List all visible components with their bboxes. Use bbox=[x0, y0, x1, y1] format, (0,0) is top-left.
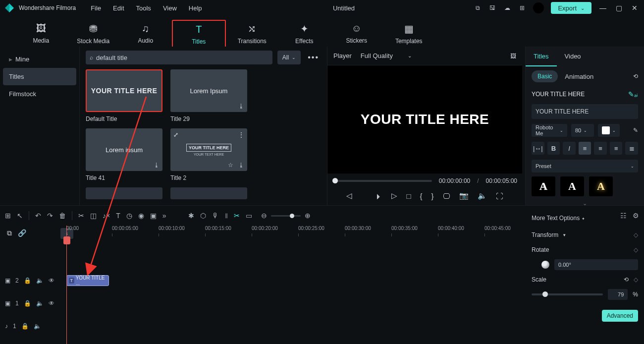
color-tool-icon[interactable]: ◉ bbox=[138, 212, 144, 220]
undo-button[interactable]: ↶ bbox=[35, 212, 41, 220]
title-card-41[interactable]: Lorem ipsum ⭳ bbox=[86, 128, 162, 171]
search-input[interactable] bbox=[96, 54, 268, 61]
select-tool-icon[interactable]: ↖ bbox=[17, 212, 23, 220]
quality-dropdown[interactable]: Full Quality⌄ bbox=[361, 52, 412, 59]
stop-button[interactable]: □ bbox=[406, 192, 411, 200]
preset-thumb-1[interactable]: A bbox=[532, 176, 555, 196]
title-card-2[interactable]: ⤢⋮ YOUR TITLE HERE YOUR TEXT HERE ☆⭳ bbox=[170, 128, 247, 171]
close-button[interactable]: ✕ bbox=[630, 4, 639, 12]
visibility-icon[interactable]: 👁 bbox=[49, 277, 54, 284]
menu-file[interactable]: File bbox=[91, 4, 101, 12]
track-lane-v1[interactable] bbox=[64, 292, 644, 315]
zoom-out-button[interactable]: ⊖ bbox=[261, 212, 267, 220]
more-options-button[interactable]: ••• bbox=[306, 53, 321, 62]
mute-icon[interactable]: 🔈 bbox=[36, 300, 44, 307]
magic-tool-icon[interactable]: ✱ bbox=[188, 212, 194, 220]
mute-icon[interactable]: 🔈 bbox=[34, 323, 41, 330]
menu-dots-icon[interactable]: ⋮ bbox=[238, 131, 244, 138]
playback-scrubber[interactable] bbox=[332, 180, 432, 182]
render-icon[interactable]: ▭ bbox=[246, 212, 252, 220]
align-left-button[interactable]: ≡ bbox=[579, 142, 591, 155]
title-card-placeholder[interactable] bbox=[170, 187, 247, 199]
minimize-button[interactable]: — bbox=[598, 4, 607, 12]
display-button[interactable]: 🖵 bbox=[443, 192, 450, 200]
search-input-wrap[interactable]: ⌕ bbox=[86, 51, 272, 64]
link-icon[interactable]: 🔗 bbox=[18, 229, 26, 237]
scrubber-handle[interactable] bbox=[332, 178, 338, 183]
lock-icon[interactable]: 🔒 bbox=[21, 323, 29, 330]
inspector-tab-titles[interactable]: Titles bbox=[526, 47, 557, 66]
subtab-basic[interactable]: Basic bbox=[532, 70, 558, 82]
subtab-animation[interactable]: Animation bbox=[565, 73, 593, 80]
ribbon-tab-templates[interactable]: ▦Templates bbox=[383, 20, 435, 48]
maximize-button[interactable]: ▢ bbox=[614, 4, 623, 12]
track-collapse-icon[interactable]: ⧉ bbox=[7, 229, 12, 237]
font-family-select[interactable]: Roboto Me⌄ bbox=[532, 124, 567, 137]
italic-button[interactable]: I bbox=[563, 142, 576, 155]
align-center-button[interactable]: ≡ bbox=[594, 142, 607, 155]
eyedropper-icon[interactable]: ✎ bbox=[633, 127, 638, 134]
bold-button[interactable]: B bbox=[547, 142, 560, 155]
save-icon[interactable]: 🖫 bbox=[488, 4, 496, 12]
spacing-button[interactable]: |↔| bbox=[532, 142, 544, 155]
text-tool-icon[interactable]: T bbox=[116, 212, 120, 220]
download-icon[interactable]: ⭳ bbox=[238, 162, 244, 169]
delete-button[interactable]: 🗑 bbox=[59, 212, 66, 220]
mixer-icon[interactable]: ⫴ bbox=[225, 212, 228, 220]
more-tools-icon[interactable]: » bbox=[162, 212, 166, 220]
cloud-icon[interactable]: ☁ bbox=[503, 4, 511, 12]
filter-dropdown[interactable]: All⌄ bbox=[277, 51, 301, 64]
mark-out-button[interactable]: } bbox=[431, 192, 434, 200]
shield-icon[interactable]: ⬡ bbox=[200, 212, 206, 220]
preset-thumb-3[interactable]: A bbox=[589, 176, 613, 196]
speed-tool-icon[interactable]: ◷ bbox=[126, 212, 132, 220]
lock-icon[interactable]: 🔒 bbox=[24, 277, 31, 284]
align-justify-button[interactable]: ≣ bbox=[625, 142, 638, 155]
menu-tools[interactable]: Tools bbox=[136, 4, 151, 12]
auto-layout-icon[interactable]: ⊞ bbox=[5, 212, 11, 220]
lock-icon[interactable]: 🔒 bbox=[24, 300, 31, 307]
timeline-ruler[interactable]: 00:00 00:00:05:00 00:00:10:00 00:00:15:0… bbox=[64, 226, 644, 240]
title-clip[interactable]: T YOUR TITLE ... bbox=[66, 275, 109, 286]
beat-tool-icon[interactable]: ✂ bbox=[234, 212, 240, 220]
track-head-v1[interactable]: ▣1 🔒 🔈 👁 bbox=[0, 292, 64, 315]
font-size-select[interactable]: 80⌄ bbox=[571, 124, 594, 137]
apps-icon[interactable]: ⊞ bbox=[518, 4, 526, 12]
download-icon[interactable]: ⭳ bbox=[154, 162, 160, 169]
ribbon-tab-effects[interactable]: ✦Effects bbox=[278, 20, 331, 48]
sidebar-item-titles[interactable]: Titles bbox=[3, 68, 76, 85]
ribbon-tab-titles[interactable]: TTitles bbox=[172, 20, 226, 49]
title-textarea[interactable]: YOUR TITLE HERE bbox=[532, 104, 638, 119]
track-lane-t2[interactable]: T YOUR TITLE ... bbox=[64, 269, 644, 292]
track-head-t2[interactable]: ▣2 🔒 🔈 👁 bbox=[0, 269, 64, 292]
cut-tool-icon[interactable]: ✂ bbox=[78, 212, 84, 220]
sidebar-item-filmstock[interactable]: Filmstock bbox=[3, 85, 76, 103]
settings-gear-icon[interactable]: ⚙ bbox=[633, 212, 639, 220]
layout-icon[interactable]: ⧉ bbox=[474, 4, 482, 12]
crop-tool-icon[interactable]: ◫ bbox=[90, 212, 97, 220]
step-back-button[interactable]: ⏵ bbox=[375, 192, 382, 200]
track-head-a1[interactable]: ♪1 🔒 🔈 bbox=[0, 315, 64, 338]
ribbon-tab-stickers[interactable]: ☺Stickers bbox=[330, 20, 383, 47]
prev-frame-button[interactable]: ◁ bbox=[346, 191, 352, 200]
mark-in-button[interactable]: { bbox=[420, 192, 423, 200]
redo-button[interactable]: ↷ bbox=[47, 212, 53, 220]
mute-icon[interactable]: 🔈 bbox=[36, 277, 44, 284]
ribbon-tab-transitions[interactable]: ⤭Transitions bbox=[226, 20, 278, 48]
expand-icon[interactable]: ⤢ bbox=[173, 131, 178, 138]
zoom-handle[interactable] bbox=[290, 214, 294, 218]
playhead-grip[interactable] bbox=[63, 236, 70, 244]
menu-edit[interactable]: Edit bbox=[113, 4, 124, 12]
title-card-default[interactable]: YOUR TITLE HERE bbox=[86, 69, 162, 112]
download-icon[interactable]: ⭳ bbox=[238, 103, 244, 110]
volume-button[interactable]: 🔈 bbox=[478, 191, 487, 200]
ribbon-tab-media[interactable]: 🖼Media bbox=[15, 20, 67, 47]
title-card-placeholder[interactable] bbox=[86, 187, 162, 199]
ai-edit-icon[interactable]: ✎ₐᵢ bbox=[628, 90, 638, 98]
preset-dropdown[interactable]: Preset⌄ bbox=[532, 160, 638, 172]
export-button[interactable]: Export ⌄ bbox=[551, 2, 591, 14]
inspector-tab-video[interactable]: Video bbox=[557, 47, 589, 66]
zoom-slider[interactable] bbox=[271, 215, 301, 217]
visibility-icon[interactable]: 👁 bbox=[49, 300, 54, 307]
title-card-29[interactable]: Lorem Ipsum ⭳ bbox=[170, 69, 247, 112]
